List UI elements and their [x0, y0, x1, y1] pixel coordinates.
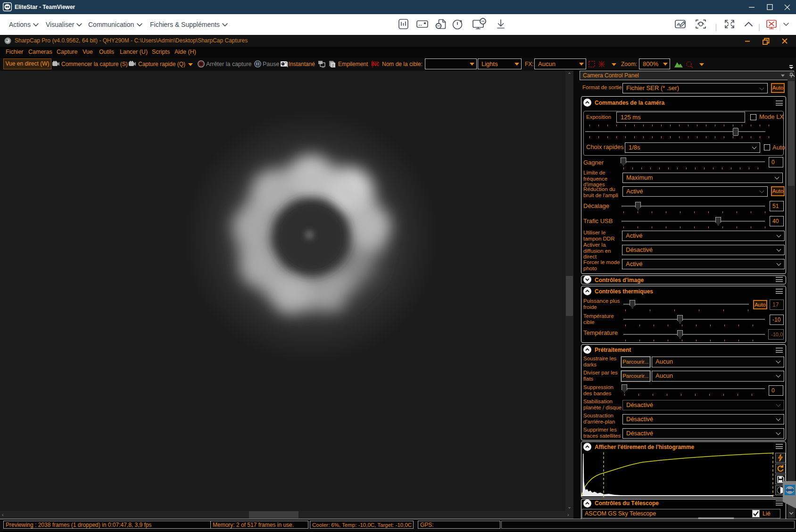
svg-text:2: 2	[332, 64, 334, 67]
